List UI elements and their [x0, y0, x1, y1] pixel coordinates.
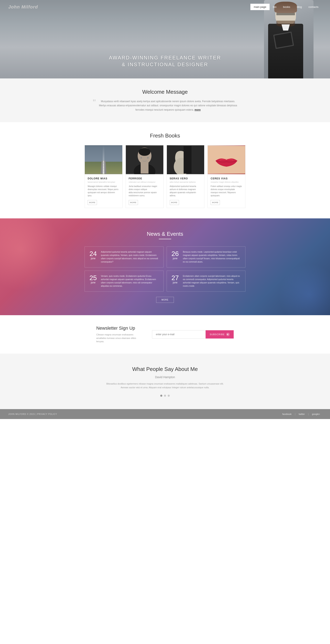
news-card-3: 25 june Veniam, quis nostru mede. Ercita…	[85, 270, 164, 292]
news-events-title: News & Events	[8, 231, 322, 237]
news-date-3: 25 june	[88, 274, 98, 284]
welcome-more-link[interactable]: more	[195, 108, 201, 111]
svg-point-10	[140, 157, 142, 159]
news-card-1: 24 june Adipivisrted quduntut keserla as…	[85, 246, 164, 268]
subscribe-arrow-icon: ►	[226, 333, 230, 336]
news-card-4: 27 june Ercitatonem ullam corporis susci…	[167, 270, 246, 292]
welcome-title: Welcome Message	[8, 89, 322, 95]
book-desc-3: Adipivisrted quduntut keserla ashure et …	[170, 185, 202, 197]
fresh-books-title: Fresh Books	[8, 132, 322, 139]
testimonial-person: David Hampton	[8, 376, 322, 379]
book-card-4: CERES VIAS nonpartur magni dolores aliqu…	[208, 145, 245, 208]
book-image-profile	[167, 145, 204, 174]
nav-bio[interactable]: bio	[270, 4, 280, 10]
book-image-lips	[208, 145, 245, 174]
book-title-3: SERAS VERO	[170, 177, 202, 180]
news-text-4: Ercitatonem ullam corporis suscipit labo…	[183, 274, 242, 288]
news-date-2: 26 june	[171, 250, 180, 260]
profile-svg	[167, 145, 204, 174]
book-content-1: DOLORE MIAS laesercaerat riptaradins ker…	[85, 174, 122, 208]
svg-rect-9	[140, 163, 148, 174]
book-desc-1: Masagni dolores voltate msequi deanuytas…	[88, 185, 119, 197]
hero-text: AWARD-WINNING FREELANCE WRITER & INSTRUC…	[109, 54, 221, 78]
testimonial-dot-1[interactable]	[160, 395, 162, 397]
book-more-btn-1[interactable]: MORE	[88, 200, 97, 205]
footer-copyright: JOHN MILFORD © 2015 | PRIVACY POLICY	[8, 413, 57, 415]
book-subtitle-1: laesercaerat riptaradins keruytaer	[88, 181, 119, 183]
book-title-4: CERES VIAS	[211, 177, 242, 180]
logo[interactable]: John Milford	[8, 4, 38, 10]
books-grid: DOLORE MIAS laesercaerat riptaradins ker…	[85, 145, 245, 208]
newsletter-description: Cilease magna onumsan erahasares amaltal…	[96, 333, 142, 343]
book-more-btn-4[interactable]: MORE	[211, 200, 220, 205]
footer-link-facebook[interactable]: facebook	[281, 413, 293, 415]
book-subtitle-2: volematur aut oditraut onsequrur	[129, 181, 160, 183]
book-desc-2: Jerta baditaut onseuntur magni doles eoq…	[129, 185, 160, 197]
svg-point-11	[147, 157, 149, 159]
lips-svg	[208, 145, 245, 174]
news-text-1: Adipivisrted quduntut keserla ashordal m…	[101, 250, 160, 264]
newsletter-title: Newsletter Sign Up	[96, 326, 142, 331]
nav-blog[interactable]: blog	[294, 4, 305, 10]
book-card-3: SERAS VERO ades keluyt asecaertat riptla…	[167, 145, 205, 208]
book-card-2: FERRODE volematur aut oditraut onsequrur…	[126, 145, 164, 208]
newsletter-form: SUBSCRIBE ►	[152, 330, 234, 338]
nav-books[interactable]: books	[280, 4, 294, 10]
news-date-4: 27 june	[171, 274, 180, 284]
book-title-1: DOLORE MIAS	[88, 177, 119, 180]
book-card-1: DOLORE MIAS laesercaerat riptaradins ker…	[85, 145, 122, 208]
welcome-section: Welcome Message " Musyatasa veriti vitae…	[0, 78, 330, 122]
nav-contacts[interactable]: contacts	[305, 4, 322, 10]
book-title-2: FERRODE	[129, 177, 160, 180]
newsletter-email-input[interactable]	[152, 330, 206, 338]
footer-link-twitter[interactable]: twitter	[297, 413, 306, 415]
svg-point-7	[139, 148, 150, 156]
quote-icon: "	[93, 98, 96, 106]
footer: JOHN MILFORD © 2015 | PRIVACY POLICY fac…	[0, 409, 330, 419]
footer-link-googleplus[interactable]: google+	[311, 413, 322, 415]
news-grid: 24 june Adipivisrted quduntut keserla as…	[85, 246, 245, 292]
svg-rect-1	[85, 162, 122, 174]
svg-rect-0	[85, 146, 122, 162]
news-card-2: 26 june Berauus nostru mede. Lepivisrted…	[167, 246, 246, 268]
book-more-btn-3[interactable]: MORE	[170, 200, 179, 205]
testimonials-section: What People Say About Me David Hampton B…	[0, 354, 330, 409]
news-text-3: Veniam, quis nostru mede. Ercitatonem qu…	[101, 274, 160, 288]
testimonial-dot-3[interactable]	[168, 395, 170, 397]
book-desc-4: Folem aditaut onsequ untur magis dolores…	[211, 185, 242, 197]
svg-marker-3	[102, 161, 105, 174]
welcome-text: Musyatasa veriti vitaesaert kyas asety k…	[99, 99, 237, 112]
news-events-section: News & Events 24 june Adipivisrted qudun…	[0, 218, 330, 315]
book-subtitle-3: ades keluyt asecaertat riptlanes	[170, 181, 202, 183]
news-date-1: 24 june	[88, 250, 98, 260]
book-more-btn-2[interactable]: MORE	[129, 200, 138, 205]
welcome-content: " Musyatasa veriti vitaesaert kyas asety…	[93, 99, 237, 112]
book-content-4: CERES VIAS nonpartur magni dolores aliqu…	[208, 174, 245, 208]
footer-links: facebook | twitter | google+	[281, 413, 322, 415]
nav-main-page[interactable]: main page	[250, 4, 270, 10]
book-content-2: FERRODE volematur aut oditraut onsequrur…	[126, 174, 163, 208]
header: John Milford main page bio books blog co…	[0, 0, 330, 14]
woman-svg	[126, 145, 163, 174]
news-more-button[interactable]: MORE	[156, 297, 174, 303]
nav: main page bio books blog contacts	[250, 4, 322, 10]
testimonials-title: What People Say About Me	[8, 366, 322, 372]
subscribe-button[interactable]: SUBSCRIBE ►	[206, 330, 234, 338]
testimonial-dots	[8, 395, 322, 397]
svg-marker-2	[101, 161, 107, 174]
news-divider	[159, 239, 171, 239]
news-text-2: Berauus nostru mede. Lepivisrted qudantu…	[183, 250, 242, 264]
footer-sep-2: |	[307, 413, 311, 415]
book-image-woman	[126, 145, 163, 174]
fresh-books-section: Fresh Books	[0, 122, 330, 218]
newsletter-info: Newsletter Sign Up Cilease magna onumsan…	[96, 326, 142, 343]
road-svg	[85, 145, 122, 174]
book-image-road	[85, 145, 122, 174]
footer-sep-1: |	[293, 413, 297, 415]
book-content-3: SERAS VERO ades keluyt asecaertat riptla…	[167, 174, 204, 208]
testimonial-dot-2[interactable]	[164, 395, 166, 397]
testimonial-text: Bitsraellus doolibus egetermers niloase …	[103, 382, 227, 390]
newsletter-section: Newsletter Sign Up Cilease magna onumsan…	[0, 315, 330, 354]
book-subtitle-4: nonpartur magni dolores aliquides	[211, 181, 242, 183]
